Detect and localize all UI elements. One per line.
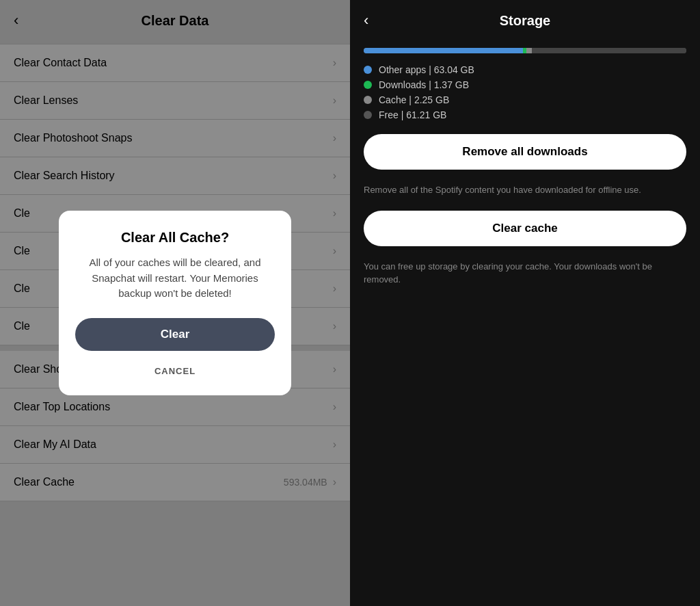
right-page-title: Storage [364,13,686,29]
legend-label-free: Free | 61.21 GB [379,109,446,120]
legend-dot-other [364,66,372,74]
remove-all-downloads-button[interactable]: Remove all downloads [364,134,686,170]
right-back-button[interactable]: ‹ [364,12,368,29]
clear-cache-modal: Clear All Cache? All of your caches will… [59,211,291,395]
right-header: ‹ Storage [350,0,700,41]
legend-dot-downloads [364,81,372,89]
storage-bar-container [364,48,686,53]
legend-label-downloads: Downloads | 1.37 GB [379,79,469,90]
modal-overlay: Clear All Cache? All of your caches will… [0,0,350,606]
clear-cache-description: You can free up storage by clearing your… [364,260,686,287]
legend-item-other: Other apps | 63.04 GB [364,64,686,75]
legend-dot-free [364,111,372,119]
modal-clear-button[interactable]: Clear [75,318,275,351]
remove-downloads-description: Remove all of the Spotify content you ha… [364,183,686,197]
left-panel: ‹ Clear Data Clear Contact Data › Clear … [0,0,350,606]
bar-cache [526,48,532,53]
modal-cancel-button[interactable]: CANCEL [149,360,201,382]
storage-legend: Other apps | 63.04 GB Downloads | 1.37 G… [364,64,686,120]
storage-bar [364,48,686,53]
legend-label-cache: Cache | 2.25 GB [379,94,449,105]
modal-title: Clear All Cache? [75,230,275,246]
legend-item-free: Free | 61.21 GB [364,109,686,120]
bar-other-apps [364,48,523,53]
modal-body-text: All of your caches will be cleared, and … [75,255,275,302]
bar-free [532,48,686,53]
clear-cache-button[interactable]: Clear cache [364,211,686,246]
legend-item-cache: Cache | 2.25 GB [364,94,686,105]
right-panel: ‹ Storage Other apps | 63.04 GB Download… [350,0,700,606]
legend-item-downloads: Downloads | 1.37 GB [364,79,686,90]
legend-dot-cache [364,96,372,104]
legend-label-other: Other apps | 63.04 GB [379,64,474,75]
